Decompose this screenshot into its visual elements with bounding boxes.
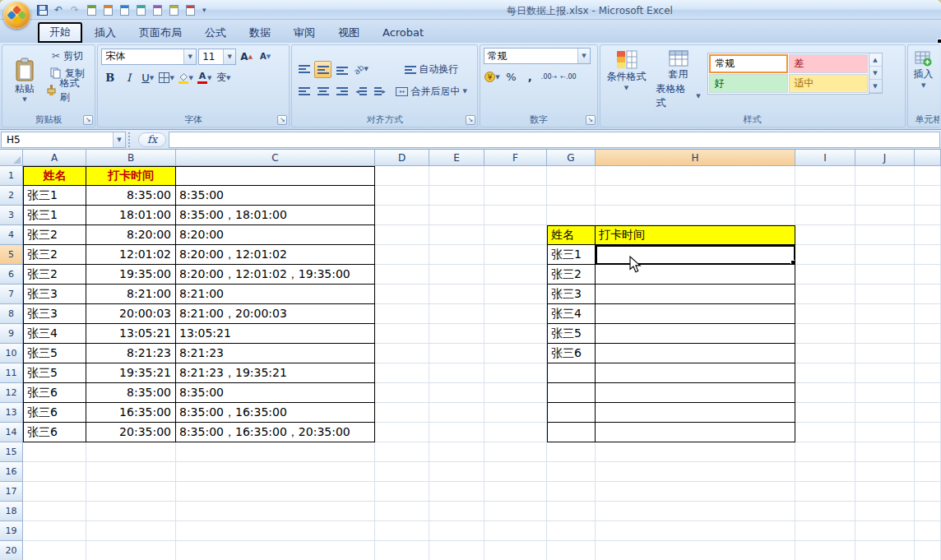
cell-D7[interactable]: [375, 285, 429, 304]
cell-D3[interactable]: [375, 206, 429, 225]
tab-insert[interactable]: 插入: [84, 24, 127, 43]
cell-F19[interactable]: [484, 521, 547, 541]
cell-B8[interactable]: 20:00:03: [86, 304, 176, 324]
cell-D5[interactable]: [375, 245, 429, 265]
customize-qat-icon[interactable]: ▾: [202, 6, 206, 14]
cell-A20[interactable]: [23, 541, 86, 560]
cell-G8[interactable]: 张三4: [547, 304, 596, 324]
cell-A11[interactable]: 张三5: [23, 363, 86, 383]
cell-H7[interactable]: [596, 285, 795, 304]
accounting-format-button[interactable]: ¥ ▼: [484, 68, 501, 86]
cell-partial-6[interactable]: [915, 265, 941, 285]
cell-J19[interactable]: [855, 521, 915, 541]
qat-extra-6-icon[interactable]: [166, 2, 181, 17]
tab-acrobat[interactable]: Acrobat: [372, 24, 434, 43]
column-header-partial[interactable]: [915, 150, 941, 166]
cell-J17[interactable]: [855, 482, 915, 502]
cell-H6[interactable]: [596, 265, 795, 285]
cell-A2[interactable]: 张三1: [23, 186, 86, 206]
cell-G1[interactable]: [547, 166, 596, 186]
cell-C18[interactable]: [176, 502, 375, 521]
number-format-combobox[interactable]: 常规 ▼: [484, 48, 591, 64]
cell-G15[interactable]: [547, 442, 596, 462]
cell-H3[interactable]: [596, 206, 795, 225]
cell-B13[interactable]: 16:35:00: [86, 403, 176, 423]
cell-E5[interactable]: [429, 245, 484, 265]
cell-F2[interactable]: [484, 186, 547, 206]
cell-I3[interactable]: [795, 206, 855, 225]
cell-A9[interactable]: 张三4: [23, 324, 86, 344]
comma-button[interactable]: ,: [521, 68, 539, 86]
align-top-button[interactable]: [295, 61, 313, 78]
cell-B2[interactable]: 8:35:00: [86, 186, 176, 206]
qat-extra-7-icon[interactable]: [183, 2, 197, 17]
cell-C19[interactable]: [176, 521, 375, 541]
cell-I2[interactable]: [795, 186, 855, 206]
cell-H11[interactable]: [596, 363, 795, 383]
cell-A6[interactable]: 张三2: [23, 265, 86, 285]
cell-J7[interactable]: [855, 285, 915, 304]
tab-review[interactable]: 审阅: [283, 24, 326, 43]
cell-I14[interactable]: [795, 423, 855, 442]
cell-D2[interactable]: [375, 186, 429, 206]
column-header-F[interactable]: F: [484, 150, 547, 166]
save-icon[interactable]: [35, 2, 49, 17]
cell-F11[interactable]: [484, 363, 547, 383]
cell-J10[interactable]: [855, 344, 915, 363]
row-header-13[interactable]: 13: [0, 403, 23, 423]
row-header-19[interactable]: 19: [0, 521, 23, 541]
cell-partial-14[interactable]: [915, 423, 941, 442]
cell-E15[interactable]: [429, 442, 484, 462]
cell-J12[interactable]: [855, 383, 915, 403]
cell-G14[interactable]: [547, 423, 596, 442]
cell-D12[interactable]: [375, 383, 429, 403]
column-header-C[interactable]: C: [176, 150, 375, 166]
cell-A13[interactable]: 张三6: [23, 403, 86, 423]
cell-G18[interactable]: [547, 502, 596, 521]
cell-H1[interactable]: [596, 166, 795, 186]
cell-C4[interactable]: 8:20:00: [176, 225, 375, 245]
cell-D1[interactable]: [375, 166, 429, 186]
orientation-button[interactable]: ab▼: [352, 61, 369, 78]
cell-I16[interactable]: [795, 462, 855, 482]
cell-B7[interactable]: 8:21:00: [86, 285, 176, 304]
cell-E1[interactable]: [429, 166, 484, 186]
cell-E8[interactable]: [429, 304, 484, 324]
cell-F3[interactable]: [484, 206, 547, 225]
cell-H14[interactable]: [596, 423, 795, 442]
cell-D19[interactable]: [375, 521, 429, 541]
row-header-3[interactable]: 3: [0, 206, 23, 225]
row-header-5[interactable]: 5: [0, 245, 23, 265]
cell-F20[interactable]: [484, 541, 547, 560]
tab-page-layout[interactable]: 页面布局: [128, 24, 192, 43]
cell-partial-5[interactable]: [915, 245, 941, 265]
cell-C16[interactable]: [176, 462, 375, 482]
cell-I15[interactable]: [795, 442, 855, 462]
cell-A16[interactable]: [23, 462, 86, 482]
cell-C12[interactable]: 8:35:00: [176, 383, 375, 403]
cell-B12[interactable]: 8:35:00: [86, 383, 176, 403]
row-header-7[interactable]: 7: [0, 285, 23, 304]
cell-I5[interactable]: [795, 245, 855, 265]
cell-I18[interactable]: [795, 502, 855, 521]
qat-extra-2-icon[interactable]: [100, 2, 115, 17]
format-as-table-button[interactable]: 套用 表格格式▼: [653, 48, 704, 113]
font-name-combobox[interactable]: 宋体 ▼: [101, 49, 197, 65]
cell-F18[interactable]: [484, 502, 547, 521]
cell-I13[interactable]: [795, 403, 855, 423]
cell-E12[interactable]: [429, 383, 484, 403]
cell-C15[interactable]: [176, 442, 375, 462]
cell-B9[interactable]: 13:05:21: [86, 324, 176, 344]
cell-G3[interactable]: [547, 206, 596, 225]
cell-C5[interactable]: 8:20:00，12:01:02: [176, 245, 375, 265]
cell-E7[interactable]: [429, 285, 484, 304]
cell-A5[interactable]: 张三2: [23, 245, 86, 265]
cell-F10[interactable]: [484, 344, 547, 363]
merge-center-button[interactable]: ↔ 合并后居中 ▼: [393, 83, 469, 100]
cell-E2[interactable]: [429, 186, 484, 206]
cell-D16[interactable]: [375, 462, 429, 482]
cell-partial-12[interactable]: [915, 383, 941, 403]
italic-button[interactable]: I: [120, 69, 137, 86]
column-header-B[interactable]: B: [86, 150, 176, 166]
insert-function-button[interactable]: fx: [138, 132, 166, 147]
